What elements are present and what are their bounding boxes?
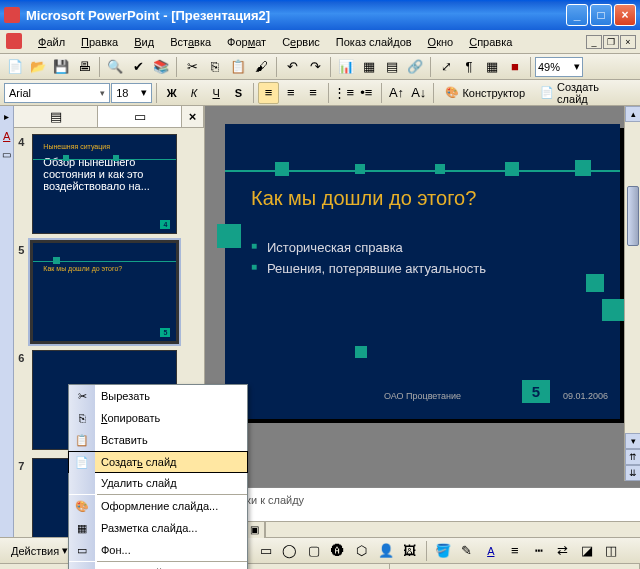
redo-icon[interactable]: ↷ xyxy=(304,56,326,78)
print-icon[interactable]: 🖶 xyxy=(73,56,95,78)
zoom-combo[interactable]: 49%▾ xyxy=(535,57,583,77)
align-left-icon[interactable]: ≡ xyxy=(258,82,279,104)
arrow-style-icon[interactable]: ⇄ xyxy=(552,540,574,562)
color-icon[interactable]: ■ xyxy=(504,56,526,78)
ctx-background[interactable]: ▭Фон... xyxy=(69,539,247,561)
document-icon[interactable] xyxy=(6,33,22,49)
bullet-1[interactable]: Историческая справка xyxy=(251,240,594,255)
rectangle-icon[interactable]: ▭ xyxy=(255,540,277,562)
copy-icon[interactable]: ⎘ xyxy=(204,56,226,78)
menu-view[interactable]: Вид xyxy=(126,33,162,51)
3d-style-icon[interactable]: ◫ xyxy=(600,540,622,562)
open-icon[interactable]: 📂 xyxy=(27,56,49,78)
dash-style-icon[interactable]: ┅ xyxy=(528,540,550,562)
underline-icon[interactable]: Ч xyxy=(206,82,227,104)
new-slide-button[interactable]: 📄 Создать слайд xyxy=(533,82,636,104)
font-size-combo[interactable]: 18▾ xyxy=(111,83,152,103)
next-slide-icon[interactable]: ⇊ xyxy=(625,465,640,481)
menu-file[interactable]: Файл xyxy=(30,33,73,51)
ctx-copy[interactable]: ⎘Копировать xyxy=(69,407,247,429)
bullet-2[interactable]: Решения, потерявшие актуальность xyxy=(251,261,594,276)
clipart-icon[interactable]: 👤 xyxy=(375,540,397,562)
font-combo[interactable]: Arial▾ xyxy=(4,83,110,103)
prev-slide-icon[interactable]: ⇈ xyxy=(625,449,640,465)
notes-pane[interactable]: Заметки к слайду xyxy=(205,487,640,521)
main-slide[interactable]: Как мы дошли до этого? Историческая спра… xyxy=(225,124,620,419)
context-menu: ✂Вырезать ⎘Копировать 📋Вставить 📄Создать… xyxy=(68,384,248,569)
oval-icon[interactable]: ◯ xyxy=(279,540,301,562)
research-icon[interactable]: 📚 xyxy=(150,56,172,78)
outline-arrow-icon[interactable]: ▸ xyxy=(0,110,13,123)
textbox-icon[interactable]: ▢ xyxy=(303,540,325,562)
expand-icon[interactable]: ⤢ xyxy=(435,56,457,78)
format-painter-icon[interactable]: 🖌 xyxy=(250,56,272,78)
slides-tab[interactable]: ▭ xyxy=(98,106,182,127)
show-formatting-icon[interactable]: ¶ xyxy=(458,56,480,78)
align-center-icon[interactable]: ≡ xyxy=(280,82,301,104)
diagram-icon[interactable]: ⬡ xyxy=(351,540,373,562)
shadow-icon[interactable]: S xyxy=(228,82,249,104)
decrease-font-icon[interactable]: A↓ xyxy=(408,82,429,104)
menu-insert[interactable]: Вставка xyxy=(162,33,219,51)
picture-icon[interactable]: 🖼 xyxy=(399,540,421,562)
ctx-new-slide[interactable]: 📄Создать слайд xyxy=(68,451,248,473)
cut-icon[interactable]: ✂ xyxy=(181,56,203,78)
shadow-style-icon[interactable]: ◪ xyxy=(576,540,598,562)
increase-font-icon[interactable]: A↑ xyxy=(386,82,407,104)
hyperlink-icon[interactable]: 🔗 xyxy=(404,56,426,78)
close-button[interactable]: × xyxy=(614,4,636,26)
close-panel-button[interactable]: × xyxy=(182,106,204,127)
ctx-slide-layout[interactable]: ▦Разметка слайда... xyxy=(69,517,247,539)
mdi-close-button[interactable]: × xyxy=(620,35,636,49)
line-color-icon[interactable]: ✎ xyxy=(456,540,478,562)
menu-edit[interactable]: Правка xyxy=(73,33,126,51)
spellcheck-icon[interactable]: ✔ xyxy=(127,56,149,78)
menu-window[interactable]: Окно xyxy=(420,33,462,51)
outline-tab[interactable]: ▤ xyxy=(14,106,98,127)
chart-icon[interactable]: 📊 xyxy=(335,56,357,78)
menu-slideshow[interactable]: Показ слайдов xyxy=(328,33,420,51)
italic-icon[interactable]: К xyxy=(183,82,204,104)
align-right-icon[interactable]: ≡ xyxy=(302,82,323,104)
grid-icon[interactable]: ▦ xyxy=(481,56,503,78)
preview-icon[interactable]: 🔍 xyxy=(104,56,126,78)
line-style-icon[interactable]: ≡ xyxy=(504,540,526,562)
save-icon[interactable]: 💾 xyxy=(50,56,72,78)
undo-icon[interactable]: ↶ xyxy=(281,56,303,78)
menu-format[interactable]: Формат xyxy=(219,33,274,51)
mdi-restore-button[interactable]: ❐ xyxy=(603,35,619,49)
bullets-icon[interactable]: •≡ xyxy=(356,82,377,104)
highlight-icon[interactable]: ▭ xyxy=(0,148,13,161)
ctx-paste[interactable]: 📋Вставить xyxy=(69,429,247,451)
ctx-delete-slide[interactable]: Удалить слайд xyxy=(69,472,247,494)
tables-icon[interactable]: ▤ xyxy=(381,56,403,78)
status-language[interactable]: русский (Россия) xyxy=(390,564,640,569)
new-icon[interactable]: 📄 xyxy=(4,56,26,78)
maximize-button[interactable]: □ xyxy=(590,4,612,26)
minimize-button[interactable]: _ xyxy=(566,4,588,26)
scroll-up-icon[interactable]: ▴ xyxy=(625,106,640,122)
scroll-down-icon[interactable]: ▾ xyxy=(625,433,640,449)
numbering-icon[interactable]: ⋮≡ xyxy=(333,82,355,104)
thumbnail-5[interactable]: 5 Как мы дошли до этого?5 xyxy=(18,242,200,342)
ctx-slide-design[interactable]: 🎨Оформление слайда... xyxy=(69,495,247,517)
slide-title[interactable]: Как мы дошли до этого? xyxy=(251,187,594,210)
scroll-thumb[interactable] xyxy=(627,186,639,246)
font-color-icon[interactable]: A xyxy=(480,540,502,562)
bold-icon[interactable]: Ж xyxy=(161,82,182,104)
slideshow-view-button[interactable]: ▣ xyxy=(245,522,265,538)
mdi-minimize-button[interactable]: _ xyxy=(586,35,602,49)
fill-color-icon[interactable]: 🪣 xyxy=(432,540,454,562)
table-icon[interactable]: ▦ xyxy=(358,56,380,78)
menu-tools[interactable]: Сервис xyxy=(274,33,328,51)
paste-icon[interactable]: 📋 xyxy=(227,56,249,78)
ctx-slide-transition[interactable]: ⇄Смена слайдов... xyxy=(69,562,247,569)
font-color-icon[interactable]: A xyxy=(0,129,13,142)
wordart-icon[interactable]: 🅐 xyxy=(327,540,349,562)
designer-button[interactable]: 🎨 Конструктор xyxy=(438,82,532,104)
thumbnail-4[interactable]: 4 Нынешняя ситуацияОбзор нынешнего состо… xyxy=(18,134,200,234)
actions-menu[interactable]: Действия ▾ xyxy=(4,540,75,562)
menu-help[interactable]: Справка xyxy=(461,33,520,51)
ctx-cut[interactable]: ✂Вырезать xyxy=(69,385,247,407)
vertical-scrollbar[interactable]: ▴ ▾ ⇈ ⇊ xyxy=(624,106,640,481)
